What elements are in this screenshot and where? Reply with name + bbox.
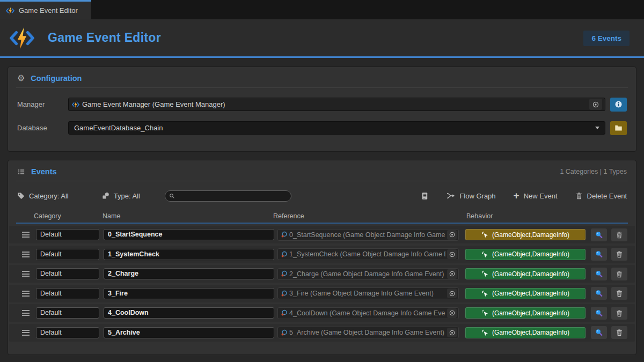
category-field[interactable]: Default [36,327,99,338]
page-title: Game Event Editor [48,31,161,45]
name-field[interactable]: 0_StartSequence [104,229,274,240]
divider [16,181,628,181]
sparkle-cursor-icon [481,309,488,316]
object-picker-icon[interactable] [447,328,457,337]
category-field[interactable]: Default [36,249,99,260]
drag-handle-icon[interactable] [22,310,33,316]
name-field[interactable]: 2_Charge [104,268,274,279]
database-folder-button[interactable] [610,121,627,135]
behavior-badge[interactable]: (GameObject,DamageInfo) [465,268,586,279]
inspect-button[interactable] [591,307,607,320]
inspect-button[interactable] [591,248,607,261]
category-field[interactable]: Default [36,288,99,299]
object-picker-icon[interactable] [589,99,602,110]
object-picker-icon[interactable] [447,269,457,279]
search-input[interactable] [177,192,287,200]
object-picker-icon[interactable] [447,289,457,298]
delete-row-button[interactable] [611,248,627,261]
manager-label: Manager [17,100,68,108]
delete-event-button[interactable]: Delete Event [575,192,627,200]
flow-graph-label: Flow Graph [459,192,495,200]
type-filter[interactable]: Type: All [102,192,140,200]
events-count-badge: 6 Events [583,31,630,46]
inspect-button[interactable] [591,326,607,339]
behavior-badge[interactable]: (GameObject,DamageInfo) [465,307,586,319]
folder-icon [614,124,623,132]
scriptable-object-icon [281,329,288,336]
reference-text: 0_StartSequence (Game Object Damage Info… [289,231,445,239]
reference-field[interactable]: 3_Fire (Game Object Damage Info Game Eve… [277,287,459,299]
behavior-badge[interactable]: (GameObject,DamageInfo) [465,288,586,299]
info-icon [614,100,623,108]
delete-event-label: Delete Event [587,192,627,200]
name-field[interactable]: 3_Fire [104,288,274,299]
object-picker-icon[interactable] [447,308,457,318]
database-dropdown-value: GameEventDatabase_Chain [74,124,163,132]
scriptable-object-icon [281,231,288,238]
divider [16,87,628,88]
manager-object-field[interactable]: Game Event Manager (Game Event Manager) [68,98,605,111]
drag-handle-icon[interactable] [22,232,33,238]
inspect-button[interactable] [591,228,607,241]
magnifier-icon [595,250,603,258]
delete-row-button[interactable] [611,326,627,339]
delete-row-button[interactable] [611,287,627,300]
sparkle-cursor-icon [481,231,488,238]
magnifier-icon [595,309,603,317]
name-field[interactable]: 5_Archive [104,327,274,338]
inspect-button[interactable] [591,287,607,300]
drag-handle-icon[interactable] [22,252,33,257]
reference-field[interactable]: 5_Archive (Game Object Damage Info Game … [277,327,459,338]
object-picker-icon[interactable] [447,230,457,240]
delete-row-button[interactable] [611,228,627,241]
drag-handle-icon[interactable] [22,291,33,297]
category-field[interactable]: Default [36,268,99,279]
drag-handle-icon[interactable] [22,330,33,336]
tag-icon [17,192,25,200]
scriptable-object-icon [281,309,288,316]
reference-field[interactable]: 2_Charge (Game Object Damage Info Game E… [277,268,459,280]
name-field[interactable]: 1_SystemCheck [104,249,274,260]
reference-field[interactable]: 1_SystemCheck (Game Object Damage Info G… [277,248,459,260]
tab-game-event-editor[interactable]: Game Event Editor [0,0,91,19]
app-logo-icon [6,6,14,15]
object-picker-icon[interactable] [447,249,457,259]
table-row: Default 3_Fire 3_Fire (Game Object Damag… [9,285,635,302]
target-icon [449,270,456,277]
magnifier-icon [595,329,603,336]
trash-icon [616,309,623,317]
flow-graph-button[interactable]: Flow Graph [447,191,495,200]
reference-text: 1_SystemCheck (Game Object Damage Info G… [289,250,445,258]
drag-handle-icon[interactable] [22,271,33,277]
database-dropdown[interactable]: GameEventDatabase_Chain [68,121,605,135]
event-rows: Default 0_StartSequence 0_StartSequence … [8,226,636,342]
category-field[interactable]: Default [36,229,99,240]
behavior-label: (GameObject,DamageInfo) [492,329,569,336]
events-toolbar: Category: All Type: All Flow Graph + [8,188,636,203]
inspect-button[interactable] [591,268,607,280]
table-row: Default 4_CoolDown 4_CoolDown (Game Obje… [9,304,635,322]
category-field[interactable]: Default [36,307,99,319]
search-icon [169,193,175,199]
category-filter[interactable]: Category: All [17,192,69,200]
trash-icon [616,231,623,239]
search-box[interactable] [165,190,291,202]
delete-row-button[interactable] [611,307,627,320]
events-title: Events [31,167,57,176]
new-event-label: New Event [524,192,558,200]
reference-field[interactable]: 0_StartSequence (Game Object Damage Info… [277,229,459,241]
name-field[interactable]: 4_CoolDown [104,307,274,319]
sparkle-cursor-icon [481,329,488,336]
behavior-badge[interactable]: (GameObject,DamageInfo) [465,249,586,260]
behavior-badge[interactable]: (GameObject,DamageInfo) [465,229,586,240]
trash-icon [616,290,623,297]
reference-text: 4_CoolDown (Game Object Damage Info Game… [289,309,445,317]
configuration-panel: ⚙ Configuration Manager Game Event Manag… [8,67,636,152]
behavior-badge[interactable]: (GameObject,DamageInfo) [465,327,586,338]
new-event-button[interactable]: + New Event [514,192,558,200]
reference-field[interactable]: 4_CoolDown (Game Object Damage Info Game… [277,307,459,319]
column-reference: Reference [273,212,304,220]
delete-row-button[interactable] [611,268,627,280]
details-button[interactable] [421,192,429,200]
manager-info-button[interactable] [610,98,627,112]
